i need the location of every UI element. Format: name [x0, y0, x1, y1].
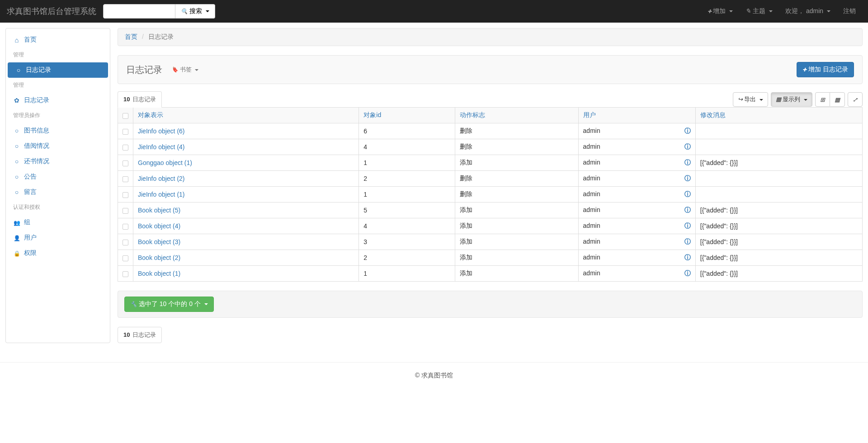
info-icon[interactable] [684, 127, 691, 135]
sidebar-header-2: 管理 [6, 78, 110, 93]
info-icon[interactable] [684, 159, 691, 167]
gear-icon [13, 97, 20, 104]
select-all-checkbox[interactable] [123, 113, 128, 119]
repr-link[interactable]: JieInfo object (4) [138, 143, 185, 151]
repr-link[interactable]: Book object (5) [138, 207, 180, 214]
breadcrumb-home[interactable]: 首页 [125, 33, 137, 40]
cell-repr: Book object (4) [133, 218, 359, 234]
export-button[interactable]: 导出 [733, 92, 768, 107]
info-icon[interactable] [684, 238, 691, 246]
info-icon[interactable] [684, 143, 691, 151]
count-badge-bottom: 10 日志记录 [118, 327, 162, 343]
nav-logout[interactable]: 注销 [838, 0, 861, 22]
bookmark-label: 书签 [180, 66, 192, 73]
cell-user: admin [578, 123, 695, 139]
info-icon[interactable] [684, 190, 691, 198]
fullscreen-button[interactable] [848, 92, 863, 107]
sidebar: 首页 管理 日志记录 管理 日志记录 管理员操作 图书信息 借阅情况 还书情况 … [5, 28, 110, 343]
row-checkbox[interactable] [123, 208, 128, 214]
info-icon[interactable] [684, 269, 691, 278]
welcome-user: admin [806, 7, 823, 14]
cell-user: admin [578, 218, 695, 234]
repr-link[interactable]: JieInfo object (2) [138, 175, 185, 182]
welcome-label: 欢迎， [785, 7, 804, 14]
row-checkbox[interactable] [123, 176, 128, 182]
header-user[interactable]: 用户 [578, 108, 695, 123]
cell-user-text: admin [583, 127, 600, 134]
repr-link[interactable]: Book object (2) [138, 254, 180, 261]
nav-theme[interactable]: 主题 [740, 0, 778, 22]
columns-button[interactable]: 显示列 [771, 92, 812, 107]
caret-icon [760, 99, 763, 101]
repr-link[interactable]: Book object (1) [138, 270, 180, 277]
cell-flag: 添加 [455, 203, 578, 218]
header-flag[interactable]: 动作标志 [455, 108, 578, 123]
table-row: JieInfo object (2)2删除admin [118, 171, 863, 187]
top-navbar: 求真图书馆后台管理系统 搜索 增加 主题 欢迎， admin 注销 [0, 0, 868, 23]
repr-link[interactable]: Gonggao object (1) [138, 159, 192, 166]
sidebar-guestbook[interactable]: 留言 [6, 184, 110, 200]
row-checkbox-cell [118, 218, 133, 234]
row-checkbox[interactable] [123, 145, 128, 151]
cell-msg [695, 123, 862, 139]
search-button[interactable]: 搜索 [175, 4, 215, 19]
selection-actions-button[interactable]: 选中了 10 个中的 0 个 [124, 297, 214, 312]
search-icon [181, 7, 188, 14]
sidebar-users[interactable]: 用户 [6, 230, 110, 245]
sidebar-header-3: 管理员操作 [6, 108, 110, 123]
row-checkbox[interactable] [123, 129, 128, 135]
view-grid-button[interactable] [830, 92, 845, 107]
row-checkbox[interactable] [123, 192, 128, 198]
cell-id: 2 [359, 171, 455, 187]
bookmark-dropdown[interactable]: 书签 [171, 66, 198, 74]
row-checkbox-cell [118, 250, 133, 266]
sidebar-notice[interactable]: 公告 [6, 169, 110, 184]
navbar-right: 增加 主题 欢迎， admin 注销 [702, 0, 861, 22]
table-header-row: 对象表示 对象id 动作标志 用户 修改消息 [118, 108, 863, 123]
nav-welcome[interactable]: 欢迎， admin [780, 0, 836, 22]
sidebar-log2[interactable]: 日志记录 [6, 93, 110, 108]
table-row: JieInfo object (6)6删除admin [118, 123, 863, 139]
info-icon[interactable] [684, 174, 691, 183]
brand: 求真图书馆后台管理系统 [7, 6, 96, 17]
cell-user-text: admin [583, 238, 600, 245]
sidebar-return[interactable]: 还书情况 [6, 154, 110, 169]
page-footer: © 求真图书馆 [0, 372, 868, 393]
footer-separator [0, 362, 868, 363]
info-icon[interactable] [684, 206, 691, 214]
circle-icon [13, 127, 20, 134]
row-checkbox[interactable] [123, 224, 128, 230]
header-msg[interactable]: 修改消息 [695, 108, 862, 123]
sidebar-home[interactable]: 首页 [6, 32, 110, 47]
info-icon[interactable] [684, 222, 691, 230]
header-repr[interactable]: 对象表示 [133, 108, 359, 123]
search-input[interactable] [103, 4, 175, 19]
sidebar-perms[interactable]: 权限 [6, 245, 110, 261]
cell-user-text: admin [583, 174, 600, 182]
sidebar-borrow[interactable]: 借阅情况 [6, 138, 110, 154]
cell-repr: Book object (2) [133, 250, 359, 266]
nav-add[interactable]: 增加 [702, 0, 739, 22]
cell-user-text: admin [583, 269, 600, 277]
header-id[interactable]: 对象id [359, 108, 455, 123]
info-icon[interactable] [684, 254, 691, 262]
table-row: Book object (2)2添加admin[{"added": {}}] [118, 250, 863, 266]
row-checkbox[interactable] [123, 160, 128, 166]
row-checkbox[interactable] [123, 271, 128, 277]
repr-link[interactable]: Book object (3) [138, 238, 180, 245]
repr-link[interactable]: Book object (4) [138, 222, 180, 230]
repr-link[interactable]: JieInfo object (1) [138, 191, 185, 198]
view-large-button[interactable] [815, 92, 830, 107]
row-checkbox-cell [118, 266, 133, 282]
repr-link[interactable]: JieInfo object (6) [138, 127, 185, 135]
header-flag-label: 动作标志 [460, 111, 485, 118]
table-row: Gonggao object (1)1添加admin[{"added": {}}… [118, 155, 863, 171]
sidebar-books[interactable]: 图书信息 [6, 123, 110, 138]
sidebar-log-active[interactable]: 日志记录 [8, 62, 108, 78]
row-checkbox[interactable] [123, 255, 128, 261]
row-checkbox[interactable] [123, 240, 128, 245]
add-log-label: 增加 日志记录 [808, 66, 848, 73]
table-row: Book object (1)1添加admin[{"added": {}}] [118, 266, 863, 282]
sidebar-groups[interactable]: 组 [6, 215, 110, 230]
add-log-button[interactable]: 增加 日志记录 [797, 62, 854, 77]
